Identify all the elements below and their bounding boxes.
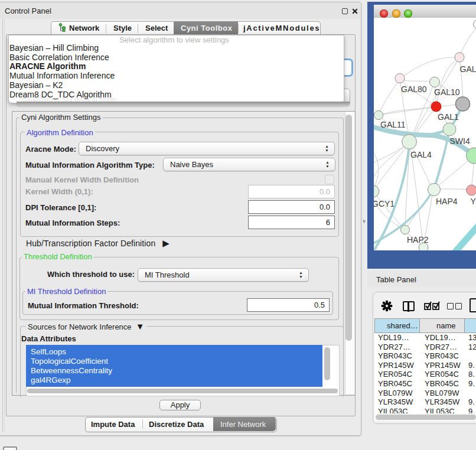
svg-text:SWI4: SWI4: [450, 136, 470, 146]
svg-text:HAP4: HAP4: [436, 197, 458, 206]
svg-text:GCY1: GCY1: [374, 199, 395, 208]
svg-text:GAL10: GAL10: [434, 87, 460, 97]
svg-text:HAP2: HAP2: [407, 235, 429, 244]
svg-text:GAL7: GAL7: [460, 64, 476, 74]
svg-text:GAL4: GAL4: [410, 150, 432, 159]
svg-text:GAL1: GAL1: [438, 112, 459, 122]
svg-text:GAL11: GAL11: [380, 120, 406, 129]
svg-text:GAL80: GAL80: [401, 84, 427, 94]
svg-text:Y: Y: [471, 197, 476, 206]
